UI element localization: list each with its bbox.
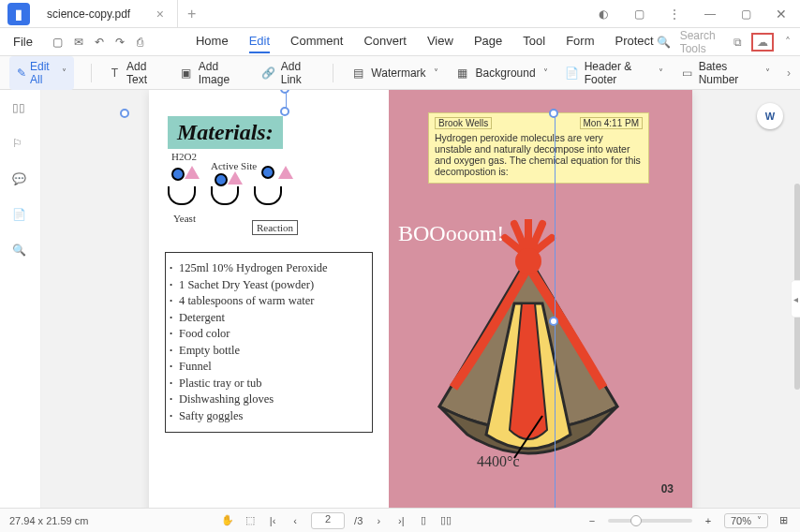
attachments-icon[interactable]: 📄	[12, 208, 29, 225]
list-item: Safty goggles	[179, 408, 364, 425]
prev-page-icon[interactable]: ‹	[289, 514, 302, 527]
volcano-illustration	[402, 219, 655, 481]
menu-edit[interactable]: Edit	[249, 30, 270, 53]
hand-tool-icon[interactable]: ✋	[221, 514, 234, 527]
pencil-icon: ✎	[17, 66, 26, 80]
mail-icon[interactable]: ✉	[72, 36, 85, 49]
close-tab-icon[interactable]: ×	[153, 7, 168, 22]
bookmarks-icon[interactable]: ⚐	[12, 137, 29, 154]
bates-label: Bates Number	[699, 60, 758, 86]
menu-tool[interactable]: Tool	[523, 30, 545, 53]
page-total: /3	[354, 515, 363, 526]
collapse-right-panel-handle[interactable]: ◂	[791, 280, 800, 318]
save-icon[interactable]: ▢	[52, 36, 65, 49]
edit-toolbar: ✎ Edit All ˅ T Add Text ▣ Add Image 🔗 Ad…	[0, 56, 800, 90]
single-page-view-icon[interactable]: ▯	[417, 514, 430, 527]
cloud-upload-button[interactable]: ☁	[751, 33, 774, 52]
page-left: Materials: H2O2 Active Site Yeast Reacti…	[149, 90, 389, 508]
header-footer-button[interactable]: 📄 Header & Footer ˅	[565, 60, 664, 86]
add-text-button[interactable]: T Add Text	[109, 60, 164, 86]
edit-all-button[interactable]: ✎ Edit All ˅	[9, 56, 74, 90]
menu-page[interactable]: Page	[474, 30, 502, 53]
search-icon[interactable]: 🔍	[658, 36, 671, 49]
thumbnails-icon[interactable]: ▯▯	[12, 101, 29, 118]
maximize-button[interactable]: ▢	[733, 1, 759, 27]
selection-handle[interactable]	[120, 109, 129, 118]
temperature-label: 4400°c	[477, 453, 520, 470]
app-icon: ▮	[7, 3, 30, 25]
h2o2-label: H2O2	[171, 151, 197, 162]
zoom-in-icon[interactable]: +	[702, 514, 715, 527]
list-item: Dishwashing gloves	[179, 392, 364, 408]
search-input[interactable]: Search Tools	[680, 29, 724, 55]
select-tool-icon[interactable]: ⬚	[244, 514, 257, 527]
chevron-down-icon: ˅	[543, 67, 548, 78]
sticky-note[interactable]: Brook Wells Mon 4:11 PM Hydrogen peroxid…	[428, 112, 649, 184]
header-footer-label: Header & Footer	[585, 60, 652, 86]
menubar: File ▢ ✉ ↶ ↷ ⎙ Home Edit Comment Convert…	[0, 28, 800, 56]
menu-home[interactable]: Home	[196, 30, 229, 53]
watermark-button[interactable]: ▤ Watermark ˅	[350, 66, 437, 81]
selection-handle[interactable]	[549, 109, 558, 118]
document-canvas[interactable]: Materials: H2O2 Active Site Yeast Reacti…	[41, 90, 800, 508]
peroxide-molecule-icon	[261, 166, 274, 179]
page-right: Brook Wells Mon 4:11 PM Hydrogen peroxid…	[389, 90, 692, 508]
selection-handle[interactable]	[280, 107, 289, 116]
collapse-ribbon-icon[interactable]: ˄	[783, 36, 793, 49]
zoom-slider[interactable]	[608, 519, 692, 523]
menu-view[interactable]: View	[427, 30, 453, 53]
bates-number-button[interactable]: ▭ Bates Number ˅	[680, 60, 770, 86]
menu-form[interactable]: Form	[566, 30, 594, 53]
chevron-down-icon: ˅	[62, 67, 67, 78]
toolbar-overflow-icon[interactable]: ›	[787, 66, 791, 80]
sticky-author: Brook Wells	[435, 117, 492, 129]
main-menu: Home Edit Comment Convert View Page Tool…	[196, 30, 654, 53]
zoom-dropdown[interactable]: 70% ˅	[724, 513, 768, 528]
search-panel-icon[interactable]: 🔍	[12, 244, 29, 260]
chevron-down-icon: ˅	[434, 67, 438, 78]
export-word-icon[interactable]: W	[757, 103, 783, 129]
page-dimensions: 27.94 x 21.59 cm	[9, 515, 88, 526]
chevron-down-icon: ˅	[757, 515, 762, 525]
two-page-view-icon[interactable]: ▯▯	[439, 514, 452, 527]
menu-convert[interactable]: Convert	[363, 30, 407, 53]
svg-point-0	[515, 248, 541, 274]
menu-protect[interactable]: Protect	[615, 30, 653, 53]
kebab-menu-icon[interactable]: ⋮	[661, 1, 688, 27]
new-tab-button[interactable]: +	[178, 6, 205, 22]
redo-icon[interactable]: ↷	[113, 36, 126, 49]
add-image-button[interactable]: ▣ Add Image	[180, 60, 244, 86]
background-icon: ▦	[455, 66, 470, 81]
zoom-thumb[interactable]	[630, 515, 642, 526]
minimize-button[interactable]: —	[697, 1, 723, 27]
statusbar: 27.94 x 21.59 cm ✋ ⬚ |‹ ‹ 2 /3 › ›| ▯ ▯▯…	[0, 508, 800, 532]
document-tab[interactable]: science-copy.pdf ×	[37, 0, 178, 27]
page-spread: Materials: H2O2 Active Site Yeast Reacti…	[149, 90, 692, 508]
selection-guide	[555, 112, 556, 508]
last-page-icon[interactable]: ›|	[394, 514, 407, 527]
account-icon[interactable]: ◐	[590, 1, 616, 27]
enzyme-icon	[278, 166, 293, 179]
open-external-icon[interactable]: ⧉	[733, 36, 743, 49]
zoom-out-icon[interactable]: −	[585, 514, 599, 527]
menu-comment[interactable]: Comment	[290, 30, 343, 53]
selection-handle[interactable]	[549, 317, 558, 326]
first-page-icon[interactable]: |‹	[266, 514, 279, 527]
zoom-value: 70%	[731, 515, 751, 526]
list-item: Food color	[179, 326, 364, 343]
list-item: Detergent	[179, 310, 364, 327]
page-input[interactable]: 2	[311, 512, 345, 529]
fit-page-icon[interactable]: ⊞	[778, 514, 791, 527]
add-link-button[interactable]: 🔗 Add Link	[261, 60, 317, 86]
file-menu[interactable]: File	[6, 35, 40, 49]
background-button[interactable]: ▦ Background ˅	[455, 66, 548, 81]
boom-text: BOOooom!	[398, 221, 504, 246]
comments-panel-icon[interactable]: 💬	[12, 172, 29, 189]
notification-icon[interactable]: ▢	[626, 1, 652, 27]
page-number: 03	[661, 482, 674, 495]
next-page-icon[interactable]: ›	[372, 514, 385, 527]
close-window-button[interactable]: ✕	[768, 1, 794, 27]
yeast-shape-icon	[211, 186, 239, 205]
print-icon[interactable]: ⎙	[134, 36, 147, 49]
undo-icon[interactable]: ↶	[93, 36, 106, 49]
